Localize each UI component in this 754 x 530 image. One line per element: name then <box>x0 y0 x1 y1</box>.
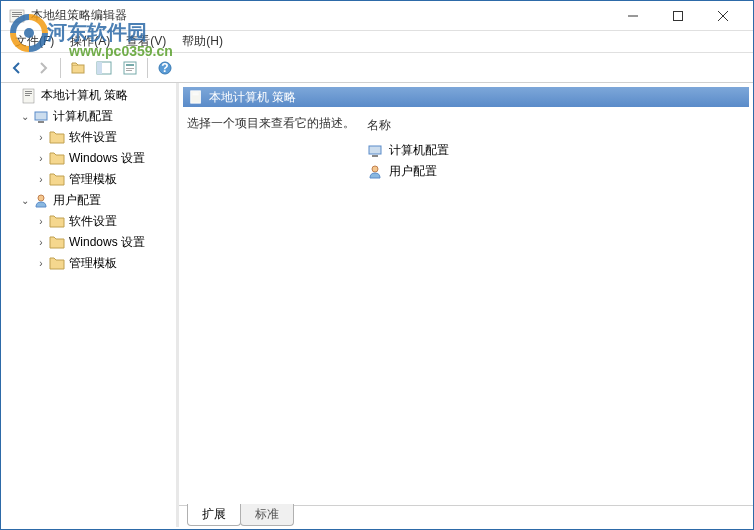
tree-software-settings[interactable]: › 软件设置 <box>1 211 176 232</box>
svg-rect-27 <box>193 94 199 95</box>
close-button[interactable] <box>700 2 745 30</box>
tree-windows-settings[interactable]: › Windows 设置 <box>1 148 176 169</box>
menu-action[interactable]: 操作(A) <box>62 31 118 52</box>
tree-label: 软件设置 <box>69 213 117 230</box>
tree-admin-templates[interactable]: › 管理模板 <box>1 169 176 190</box>
chevron-down-icon[interactable]: ⌄ <box>17 109 33 125</box>
svg-point-24 <box>38 195 44 201</box>
list-item-label: 计算机配置 <box>389 142 449 159</box>
list-item-label: 用户配置 <box>389 163 437 180</box>
folder-icon <box>49 235 65 251</box>
svg-rect-19 <box>25 91 32 92</box>
back-button[interactable] <box>5 56 29 80</box>
help-icon: ? <box>157 60 173 76</box>
svg-rect-11 <box>97 62 102 74</box>
window-title: 本地组策略编辑器 <box>31 7 610 24</box>
chevron-right-icon[interactable]: › <box>33 235 49 251</box>
arrow-left-icon <box>9 60 25 76</box>
folder-icon <box>49 151 65 167</box>
tab-strip: 扩展 标准 <box>179 505 753 527</box>
forward-button[interactable] <box>31 56 55 80</box>
tree-label: 本地计算机 策略 <box>41 87 128 104</box>
column-header-name[interactable]: 名称 <box>367 115 745 140</box>
maximize-button[interactable] <box>655 2 700 30</box>
tab-standard[interactable]: 标准 <box>240 504 294 526</box>
folder-icon <box>49 130 65 146</box>
minimize-icon <box>628 11 638 21</box>
folder-up-icon <box>70 60 86 76</box>
svg-rect-22 <box>35 112 47 120</box>
tree-label: 用户配置 <box>53 192 101 209</box>
user-icon <box>367 164 383 180</box>
tree-windows-settings[interactable]: › Windows 设置 <box>1 232 176 253</box>
svg-point-30 <box>372 166 378 172</box>
computer-icon <box>367 143 383 159</box>
up-level-button[interactable] <box>66 56 90 80</box>
content-area: 本地计算机 策略 ⌄ 计算机配置 › 软件设置 › Windows 设置 › 管… <box>1 83 753 527</box>
svg-rect-3 <box>12 14 22 15</box>
titlebar: 本地组策略编辑器 <box>1 1 753 31</box>
svg-rect-28 <box>369 146 381 154</box>
tree-label: Windows 设置 <box>69 150 145 167</box>
tree-software-settings[interactable]: › 软件设置 <box>1 127 176 148</box>
folder-icon <box>49 256 65 272</box>
chevron-down-icon[interactable]: ⌄ <box>17 193 33 209</box>
user-icon <box>33 193 49 209</box>
properties-button[interactable] <box>118 56 142 80</box>
toolbar: ? <box>1 53 753 83</box>
tree-label: 计算机配置 <box>53 108 113 125</box>
svg-rect-29 <box>372 155 378 157</box>
computer-icon <box>33 109 49 125</box>
tree-label: 软件设置 <box>69 129 117 146</box>
svg-rect-14 <box>126 68 134 69</box>
menu-help[interactable]: 帮助(H) <box>174 31 231 52</box>
tab-extended[interactable]: 扩展 <box>187 504 241 526</box>
list-item[interactable]: 用户配置 <box>367 161 745 182</box>
svg-text:?: ? <box>161 61 168 75</box>
svg-rect-26 <box>193 93 199 94</box>
svg-rect-4 <box>12 16 19 17</box>
menu-file[interactable]: 文件(F) <box>7 31 62 52</box>
svg-rect-2 <box>12 12 22 13</box>
svg-rect-13 <box>126 64 134 66</box>
tree-label: 管理模板 <box>69 255 117 272</box>
main-header-title: 本地计算机 策略 <box>209 89 296 106</box>
help-button[interactable]: ? <box>153 56 177 80</box>
minimize-button[interactable] <box>610 2 655 30</box>
policy-icon <box>189 90 203 104</box>
folder-icon <box>49 172 65 188</box>
tree-admin-templates[interactable]: › 管理模板 <box>1 253 176 274</box>
tree-label: 管理模板 <box>69 171 117 188</box>
svg-rect-9 <box>72 65 84 73</box>
show-hide-tree-button[interactable] <box>92 56 116 80</box>
menu-view[interactable]: 查看(V) <box>118 31 174 52</box>
close-icon <box>718 11 728 21</box>
tree-pane-icon <box>96 60 112 76</box>
chevron-right-icon[interactable]: › <box>33 256 49 272</box>
tree-panel[interactable]: 本地计算机 策略 ⌄ 计算机配置 › 软件设置 › Windows 设置 › 管… <box>1 83 179 527</box>
toolbar-separator <box>60 58 61 78</box>
tree-root[interactable]: 本地计算机 策略 <box>1 85 176 106</box>
svg-rect-20 <box>25 93 32 94</box>
list-column: 名称 计算机配置 用户配置 <box>367 115 745 497</box>
tree-user-config[interactable]: ⌄ 用户配置 <box>1 190 176 211</box>
maximize-icon <box>673 11 683 21</box>
policy-icon <box>21 88 37 104</box>
toolbar-separator <box>147 58 148 78</box>
chevron-right-icon[interactable]: › <box>33 214 49 230</box>
chevron-right-icon[interactable]: › <box>33 172 49 188</box>
svg-rect-21 <box>25 95 30 96</box>
arrow-right-icon <box>35 60 51 76</box>
description-text: 选择一个项目来查看它的描述。 <box>187 115 357 132</box>
main-panel: 本地计算机 策略 选择一个项目来查看它的描述。 名称 计算机配置 用户配置 扩展… <box>179 83 753 527</box>
list-item[interactable]: 计算机配置 <box>367 140 745 161</box>
tree-label: Windows 设置 <box>69 234 145 251</box>
svg-rect-6 <box>673 11 682 20</box>
chevron-right-icon[interactable]: › <box>33 130 49 146</box>
description-column: 选择一个项目来查看它的描述。 <box>187 115 367 497</box>
chevron-right-icon[interactable]: › <box>33 151 49 167</box>
main-header: 本地计算机 策略 <box>183 87 749 107</box>
main-body: 选择一个项目来查看它的描述。 名称 计算机配置 用户配置 <box>179 107 753 505</box>
folder-icon <box>49 214 65 230</box>
tree-computer-config[interactable]: ⌄ 计算机配置 <box>1 106 176 127</box>
